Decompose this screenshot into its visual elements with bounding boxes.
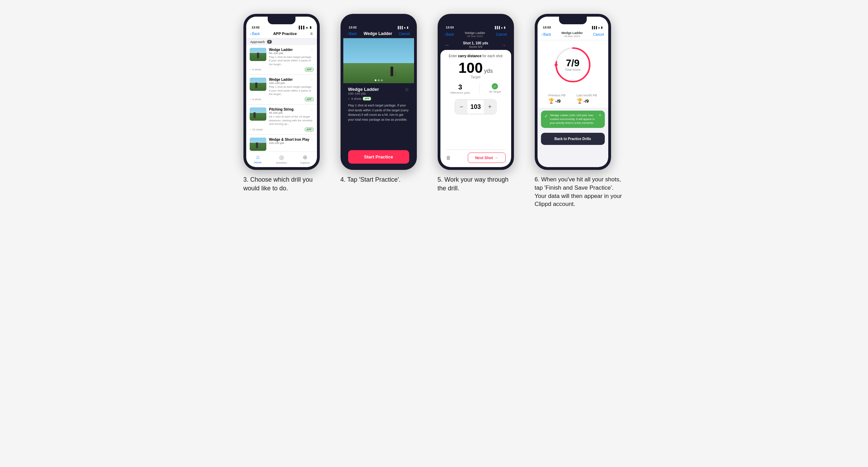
check-icon: ✓ — [544, 114, 548, 119]
toast-text: 'Wedge Ladder (100–140 yds)' was created… — [550, 113, 596, 125]
drill-list-1[interactable]: Wedge Ladder ☆ 50–100 yds Play 1 shot at… — [246, 45, 317, 152]
app-badge-0: APP — [305, 68, 313, 71]
battery-icon-1: ▮ — [310, 26, 311, 29]
drill-desc-0: Play 1 shot at each target yardage. If y… — [269, 55, 313, 66]
phone-frame-3: 13:03 ▐▐▐ ▲ ▮ ‹ Back Wedge Ladder 06 Mar… — [438, 14, 514, 170]
cancel-button-2[interactable]: Cancel — [399, 32, 410, 36]
phone-3-inner: 13:03 ▐▐▐ ▲ ▮ ‹ Back Wedge Ladder 06 Mar… — [440, 17, 511, 167]
phone-notch-3 — [462, 17, 490, 24]
target-label: Target — [471, 75, 481, 79]
time-2: 13:02 — [349, 26, 357, 29]
star-icon-0[interactable]: ☆ — [310, 48, 313, 52]
phone-frame-2: 13:02 ▐▐▐ ▲ ▮ ‹ Back Wedge Ladder Cancel — [341, 14, 417, 170]
start-practice-button[interactable]: Start Practice — [348, 150, 409, 164]
drill-item-0[interactable]: Wedge Ladder ☆ 50–100 yds Play 1 shot at… — [246, 45, 317, 74]
drill-range-0: 50–100 yds — [269, 52, 313, 55]
pb-row: Previous PB 🏆 -/9 Last month PB 🏆 -/9 — [538, 91, 608, 108]
increment-button[interactable]: + — [484, 100, 496, 114]
drill-item-1[interactable]: Wedge Ladder ☆ 100–140 yds Play 1 shot a… — [246, 75, 317, 104]
drill-thumb-1 — [250, 78, 266, 91]
cancel-button-4[interactable]: Cancel — [593, 33, 604, 36]
nav-item-capture[interactable]: ⊕ Capture — [293, 154, 317, 164]
drill-info-2: Pitching String ☆ 55-100 yds Hit 1 shot … — [269, 107, 313, 126]
hit-target-metric: ✓ Hit Target — [489, 83, 501, 94]
prev-arrow-icon[interactable]: ← — [445, 42, 450, 48]
back-button-4[interactable]: ‹ Back — [542, 33, 551, 36]
clock-icon: ○ — [348, 97, 350, 101]
last-month-pb: Last month PB 🏆 -/9 — [577, 94, 597, 104]
time-1: 13:02 — [252, 26, 260, 29]
app-badge-2: APP — [305, 128, 313, 131]
caption-4: 6. When you've hit all your shots, tap '… — [535, 175, 625, 208]
next-arrow: → — [495, 156, 498, 160]
back-to-drills-button[interactable]: Back to Practice Drills — [541, 133, 605, 145]
back-label-4: Back — [543, 33, 551, 36]
nav-bar-1: ‹ Back APP Practice ≡ — [246, 30, 317, 38]
phone-section-3: 13:03 ▐▐▐ ▲ ▮ ‹ Back Wedge Ladder 06 Mar… — [438, 14, 521, 193]
shot-info: Shot 1, 100 yds Score 5/9 — [463, 41, 488, 49]
practice-name: Wedge Ladder — [348, 87, 379, 92]
last-month-pb-label: Last month PB — [577, 94, 597, 97]
shot-nav-center: Wedge Ladder 06 Mar 2023 — [465, 31, 485, 38]
phone-4-inner: 13:03 ▐▐▐ ▲ ▮ ‹ Back Wedge Ladder 06 Mar… — [538, 17, 608, 167]
star-icon-practice[interactable]: ☆ — [405, 87, 409, 92]
next-arrow-icon[interactable]: → — [501, 42, 506, 48]
carry-label-bold: carry distance — [458, 54, 482, 58]
signal-icon-2: ▐▐▐ ▲ ▮ — [397, 26, 408, 29]
practice-card-header: Wedge Ladder 100–140 yds ☆ — [348, 87, 409, 95]
drill-thumb-3 — [250, 138, 266, 151]
score-value: 7 — [566, 58, 571, 68]
back-button-1[interactable]: ‹ Back — [250, 32, 260, 36]
image-dots — [375, 79, 383, 81]
status-icons-4: ▐▐▐ ▲ ▮ — [591, 26, 602, 29]
drill-name-3: Wedge & Short Iron Play — [269, 138, 310, 141]
back-button-2[interactable]: ‹ Back — [347, 32, 357, 36]
drill-info-0: Wedge Ladder ☆ 50–100 yds Play 1 shot at… — [269, 48, 313, 66]
phone-section-1: 13:02 ▐▐▐ ▲ ▮ ‹ Back APP Practice ≡ — [243, 14, 327, 193]
app-badge-practice: APP — [363, 97, 371, 101]
nav-item-activities[interactable]: ◎ Activities — [270, 154, 293, 164]
delete-icon[interactable]: 🗑 — [446, 155, 451, 161]
success-toast: ✓ 'Wedge Ladder (100–140 yds)' was creat… — [541, 111, 605, 128]
score-number: 7/9 — [565, 58, 581, 68]
previous-pb: Previous PB 🏆 -/9 — [548, 94, 566, 104]
drill-thumb-2 — [250, 107, 266, 121]
score-circle-container: 7/9 Total Score — [538, 40, 608, 91]
page-container: 13:02 ▐▐▐ ▲ ▮ ‹ Back APP Practice ≡ — [243, 14, 625, 208]
carry-label: Enter carry distance for each shot — [449, 54, 502, 58]
section-label-1: Approach — [250, 40, 265, 44]
phone-1-inner: 13:02 ▐▐▐ ▲ ▮ ‹ Back APP Practice ≡ — [246, 17, 317, 167]
drill-footer-1: ○ 9 shots APP — [250, 97, 313, 101]
distance-value[interactable]: 103 — [467, 101, 483, 113]
target-distance: 100 — [458, 61, 483, 75]
drill-footer-0: ○ 9 shots APP — [250, 68, 313, 71]
decrement-button[interactable]: − — [455, 100, 467, 114]
difference-label: Difference (yds) — [450, 91, 470, 94]
back-label-1: Back — [252, 32, 260, 36]
cancel-button-3[interactable]: Cancel — [496, 33, 507, 36]
score-total: 9 — [574, 58, 579, 68]
star-icon-2[interactable]: ☆ — [310, 107, 313, 111]
score-text: 7/9 Total Score — [565, 58, 581, 71]
toast-close-icon[interactable]: ✕ — [599, 113, 601, 117]
drill-item-2[interactable]: Pitching String ☆ 55-100 yds Hit 1 shot … — [246, 105, 317, 134]
results-nav-subtitle: 06 Mar 2023 — [561, 35, 583, 38]
difference-metric: 3 Difference (yds) — [450, 83, 470, 94]
shot-nav-title: Wedge Ladder — [465, 31, 485, 35]
star-icon-3[interactable]: ☆ — [310, 138, 313, 141]
practice-image — [343, 38, 414, 83]
hit-target-label: Hit Target — [489, 90, 501, 93]
back-button-3[interactable]: ‹ Back — [445, 33, 454, 36]
activities-icon: ◎ — [279, 154, 284, 161]
next-shot-button[interactable]: Next Shot → — [468, 153, 505, 163]
app-badge-1: APP — [305, 97, 313, 101]
dot-3 — [381, 79, 383, 81]
drill-item-3[interactable]: Wedge & Short Iron Play ☆ 100-140 yds — [246, 135, 317, 152]
nav-item-home[interactable]: ⌂ Home — [246, 154, 270, 164]
menu-icon-1[interactable]: ≡ — [310, 31, 312, 36]
back-chevron-2: ‹ — [347, 32, 349, 36]
drill-range-1: 100–140 yds — [269, 81, 313, 85]
star-icon-1[interactable]: ☆ — [310, 78, 313, 81]
shot-score: Score 5/9 — [463, 45, 488, 49]
shots-count-0: 9 shots — [252, 68, 261, 71]
